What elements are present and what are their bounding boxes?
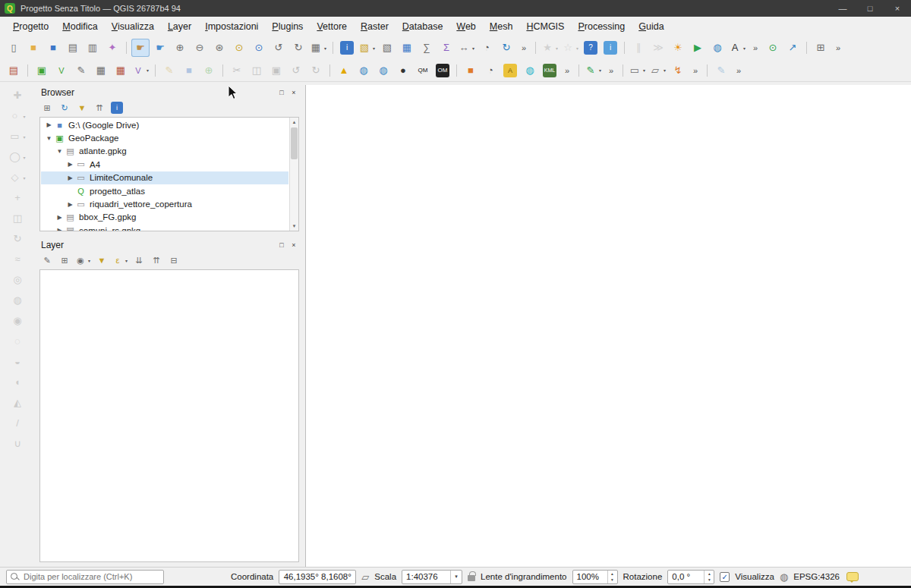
ellipse-tool-icon[interactable]: ◯▾	[8, 148, 27, 166]
orange-tool-icon[interactable]: ■	[462, 61, 480, 80]
new-spatialite-layer-icon[interactable]: ✎	[72, 61, 90, 80]
lightning-icon[interactable]: ↯	[669, 61, 687, 80]
browser-tree-item[interactable]: ▶ ▤ bbox_FG.gpkg	[41, 211, 288, 224]
add-selected-layers-icon[interactable]: ⊞	[39, 100, 55, 115]
zoom-next-icon[interactable]: ↻	[289, 39, 307, 57]
close-panel-icon[interactable]: ×	[288, 240, 300, 250]
extents-icon[interactable]: ▱	[361, 571, 369, 583]
rotate-feature-icon[interactable]: ↻	[8, 230, 27, 248]
menu-item[interactable]: Guida	[632, 19, 670, 34]
redo-icon[interactable]: ↻	[307, 61, 325, 80]
browser-tree-item[interactable]: ▶ ▭ LimiteComunale	[41, 171, 288, 184]
menu-item[interactable]: Progetto	[6, 19, 55, 34]
expander-icon[interactable]: ▶	[44, 121, 54, 128]
toolbar-overflow-icon[interactable]: »	[689, 61, 702, 80]
render-checkbox[interactable]: ✓	[720, 572, 730, 582]
expander-icon[interactable]: ▶	[65, 161, 75, 168]
move-feature-icon[interactable]: +	[8, 189, 27, 207]
paste-features-icon[interactable]: ▣	[267, 61, 285, 80]
toolbar-overflow-icon[interactable]: »	[517, 39, 531, 57]
clock-plugin-icon[interactable]: ◔	[481, 61, 500, 80]
new-temporary-scratch-layer-icon[interactable]: ▦	[92, 61, 110, 80]
temporal-controller-icon[interactable]: ◔	[478, 39, 496, 57]
menu-item[interactable]: Impostazioni	[198, 19, 265, 34]
add-group-icon[interactable]: ⊞	[57, 253, 72, 268]
vector-edit-icon[interactable]: ✎▾	[584, 61, 603, 80]
menu-item[interactable]: Database	[396, 19, 450, 34]
refresh-browser-icon[interactable]: ↻	[57, 100, 72, 115]
new-shapefile-layer-icon[interactable]: V	[52, 61, 71, 80]
float-panel-icon[interactable]: □	[276, 240, 288, 250]
expand-all-icon[interactable]: ⇊	[131, 253, 147, 268]
select-features-icon[interactable]: ▧▾	[358, 39, 377, 57]
browser-tree-item[interactable]: ▶ ■ G:\ (Google Drive)	[41, 118, 288, 131]
browser-tree-item[interactable]: ▼ ▣ GeoPackage	[41, 131, 288, 144]
open-attribute-table-icon[interactable]: ▦	[398, 39, 416, 57]
menu-item[interactable]: Mesh	[483, 19, 520, 34]
delete-ring-icon[interactable]: ◌	[8, 332, 27, 351]
remove-layer-icon[interactable]: ⊟	[166, 253, 181, 268]
toolbar-overflow-icon[interactable]: »	[749, 39, 762, 57]
circle-tool-icon[interactable]: ○▾	[8, 107, 27, 125]
python-console-icon[interactable]: ≫	[649, 39, 667, 57]
labels-warning-icon[interactable]: ▲	[335, 61, 353, 80]
metasearch-icon[interactable]: i	[601, 39, 619, 57]
rotation-spinbox[interactable]: 0,0 ° ▴▾	[667, 570, 714, 584]
pause-icon[interactable]: ∥	[629, 39, 648, 57]
expander-icon[interactable]: ▶	[65, 175, 75, 181]
layout-manager-icon[interactable]: ▥	[84, 39, 102, 57]
expander-icon[interactable]: ▼	[55, 148, 65, 155]
elevation-profile-icon[interactable]: ↗	[783, 39, 802, 57]
style-manager-icon[interactable]: ✦	[103, 39, 121, 57]
float-panel-icon[interactable]: □	[276, 87, 288, 98]
scale-combo[interactable]: 1:40376 ▾	[402, 570, 462, 584]
menu-item[interactable]: Processing	[571, 19, 632, 34]
browser-tree-item[interactable]: ▼ ▤ atlante.gpkg	[41, 145, 288, 158]
scrollbar-thumb[interactable]	[291, 127, 298, 159]
toolbar-overflow-icon[interactable]: »	[831, 39, 845, 57]
share-icon[interactable]: ▶	[689, 39, 707, 57]
locator-search-input[interactable]	[6, 570, 164, 584]
yellow-badge-icon[interactable]: A	[501, 61, 519, 80]
add-record-icon[interactable]: ⊞	[812, 39, 830, 57]
dark-binoculars-icon[interactable]: ●	[394, 61, 412, 80]
browser-tree-item[interactable]: ▶ ▭ riquadri_vettore_copertura	[41, 197, 288, 210]
new-raster-layer-icon[interactable]: ▦	[112, 61, 130, 80]
minimize-button[interactable]: —	[829, 0, 856, 17]
measure-edit-icon[interactable]: ✎	[712, 61, 730, 80]
add-part-icon[interactable]: ◍	[8, 291, 27, 310]
browser-tree-item[interactable]: ▶ ▭ A4	[41, 158, 288, 171]
zoom-to-selection-icon[interactable]: ⊙	[230, 39, 248, 57]
form-annotation-icon[interactable]: ▱▾	[648, 61, 667, 80]
simplify-feature-icon[interactable]: ≈	[8, 250, 27, 269]
qm-badge-icon[interactable]: QM	[414, 61, 432, 80]
georeferencer-globe-icon[interactable]: ◍	[355, 61, 373, 80]
merge-features-icon[interactable]: ∪	[8, 435, 27, 453]
collapse-all-layers-icon[interactable]: ⇈	[149, 253, 164, 268]
cyan-globe-icon[interactable]: ◍	[521, 61, 539, 80]
refresh-map-icon[interactable]: ↻	[497, 39, 515, 57]
save-edits-icon[interactable]: ■	[180, 61, 198, 80]
scroll-up-icon[interactable]: ▴	[290, 118, 298, 127]
toolbar-overflow-icon[interactable]: »	[732, 61, 746, 80]
new-project-icon[interactable]: ▯	[5, 39, 23, 57]
browser-tree-item[interactable]: ▶ ▤ comuni_rs.gpkg	[41, 224, 288, 231]
toolbar-overflow-icon[interactable]: »	[560, 61, 574, 80]
crs-label[interactable]: EPSG:4326	[793, 572, 840, 581]
chevron-down-icon[interactable]: ▾	[450, 571, 462, 583]
close-panel-icon[interactable]: ×	[288, 87, 300, 98]
new-map-view-icon[interactable]: ▦▾	[309, 39, 328, 57]
menu-item[interactable]: Web	[449, 19, 482, 34]
copy-move-feature-icon[interactable]: ◫	[8, 209, 27, 228]
menu-item[interactable]: HCMGIS	[519, 19, 571, 34]
lock-scale-icon[interactable]	[468, 575, 475, 581]
new-print-layout-icon[interactable]: ▤	[64, 39, 82, 57]
spin-down-icon[interactable]: ▾	[608, 577, 617, 583]
spin-down-icon[interactable]: ▾	[705, 577, 714, 583]
close-button[interactable]: ×	[884, 0, 911, 17]
zoom-full-icon[interactable]: ⊛	[210, 39, 229, 57]
pan-map-icon[interactable]: ☛	[131, 39, 150, 57]
new-bookmark-icon[interactable]: ☆▾	[561, 39, 580, 57]
pan-to-selection-icon[interactable]: ☛	[151, 39, 169, 57]
filter-browser-icon[interactable]: ▼	[74, 100, 90, 115]
